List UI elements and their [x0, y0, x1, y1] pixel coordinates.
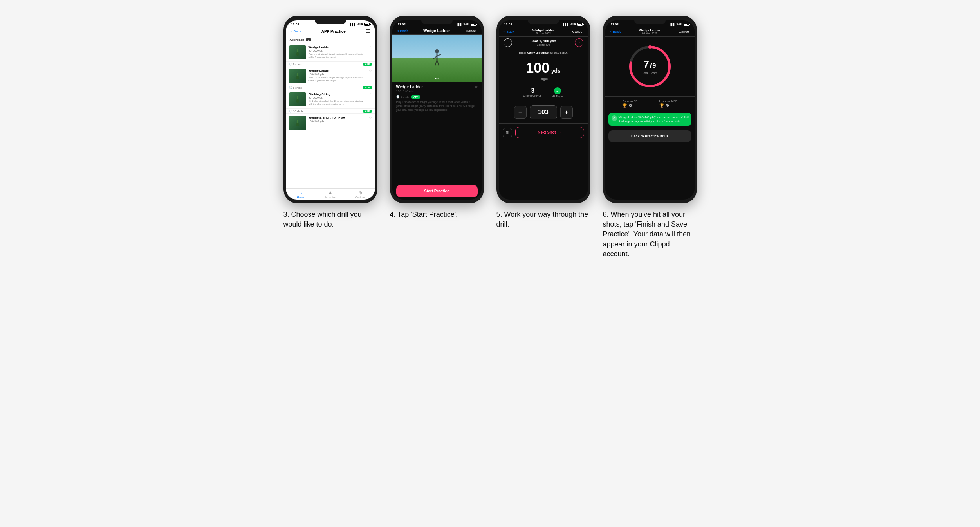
delete-shot-button[interactable]: 🗑 [503, 128, 512, 137]
score-circle: 7 / 9 Total Score [626, 43, 673, 90]
app-badge-2: APP [363, 86, 372, 89]
bottom-nav-activities[interactable]: ♟ Activities [316, 190, 345, 199]
svg-line-12 [435, 60, 437, 66]
drill-star-3[interactable]: ☆ [369, 92, 372, 96]
signal-icon-2: ▌▌▌ [457, 23, 462, 26]
start-practice-button[interactable]: Start Practice [396, 185, 478, 197]
phone-notch-3 [528, 20, 559, 24]
phone-screen-1: 13:02 ▌▌▌ WiFi < Back APP Practice ☰ App… [286, 20, 375, 200]
drill-name-3: Pitching String [309, 92, 366, 96]
app-badge-1: APP [363, 63, 372, 66]
nav-title-1: APP Practice [321, 29, 346, 34]
nav-cancel-3[interactable]: Cancel [572, 30, 583, 34]
nav-back-1[interactable]: < Back [291, 29, 301, 33]
drill-detail-shots: 🕐 9 shots APP [396, 95, 478, 99]
drill-info-4: Wedge & Short Iron Play 100–140 yds [309, 116, 366, 123]
drill-thumb-2 [289, 69, 306, 83]
score-separator: / [650, 62, 652, 69]
status-icons-4: ▌▌▌ WiFi [670, 23, 689, 26]
activities-icon: ♟ [328, 190, 332, 196]
capture-icon: ⊕ [358, 190, 362, 196]
status-time-3: 13:03 [504, 23, 512, 26]
toast-close-button[interactable]: ✕ [686, 115, 689, 119]
battery-icon-1 [364, 23, 370, 26]
back-to-drills-button[interactable]: Back to Practice Drills [608, 130, 691, 142]
svg-point-0 [296, 52, 299, 56]
increment-button[interactable]: + [560, 106, 573, 119]
battery-icon-2 [471, 23, 476, 26]
app-badge-3: APP [363, 110, 372, 113]
list-item[interactable]: Wedge Ladder 100–140 yds Play 1 shot at … [286, 67, 375, 85]
drill-range-2: 100–140 yds [309, 73, 366, 76]
phone-screen-2: 13:02 ▌▌▌ WiFi < Back Wedge Ladder Cance… [392, 20, 482, 200]
signal-icon-3: ▌▌▌ [563, 23, 569, 26]
shots-label-2: 🕐 9 shots [289, 86, 302, 89]
difference-stat: 3 Difference (yds) [523, 87, 542, 98]
hit-target-label: Hit Target [552, 95, 563, 98]
target-display: 100 yds Target [499, 57, 588, 84]
nav-back-2[interactable]: < Back [397, 29, 408, 33]
bottom-nav-capture[interactable]: ⊕ Capture [345, 190, 375, 199]
phone-notch-4 [634, 20, 666, 24]
svg-point-8 [435, 49, 439, 53]
nav-title-2: Wedge Ladder [423, 29, 450, 33]
phone-3: 13:03 ▌▌▌ WiFi < Back Wedge Ladder 06 Ma… [496, 16, 590, 203]
status-icons-2: ▌▌▌ WiFi [457, 23, 476, 26]
battery-icon-4 [684, 23, 689, 26]
home-icon: ⌂ [299, 190, 302, 196]
drill-footer-2: 🕐 9 shots APP [286, 85, 375, 90]
trophy-icon-prev: 🏆 [622, 103, 627, 108]
bottom-nav-home[interactable]: ⌂ Home [286, 190, 316, 199]
svg-point-16 [648, 45, 652, 49]
shots-clock-icon: 🕐 [396, 95, 400, 99]
wifi-icon-4: WiFi [677, 23, 682, 26]
score-display: 7 / 9 [642, 58, 657, 70]
phone-notch-1 [315, 20, 346, 24]
nav-cancel-4[interactable]: Cancel [679, 30, 689, 34]
list-item[interactable]: Wedge & Short Iron Play 100–140 yds ☆ [286, 114, 375, 132]
shot-score: Score 5/9 [531, 43, 556, 47]
previous-pb: Previous PB 🏆 -/9 [622, 100, 637, 108]
drill-detail-range: 100–140 yds [396, 90, 423, 93]
drill-detail-badge: APP [411, 95, 420, 99]
wifi-icon-2: WiFi [464, 23, 469, 26]
drill-info-1: Wedge Ladder 50–100 yds Play 1 shot at e… [309, 45, 366, 59]
nav-bar-4: < Back Wedge Ladder 06 Mar 2023 Cancel [605, 27, 695, 37]
carry-instruction: Enter carry distance for each shot [499, 49, 588, 57]
success-toast: ✓ 'Wedge Ladder (100–140 yds)' was creat… [608, 113, 691, 126]
target-label: Target [502, 77, 585, 81]
nav-cancel-2[interactable]: Cancel [466, 29, 476, 33]
list-item[interactable]: Wedge Ladder 50–100 yds Play 1 shot at e… [286, 43, 375, 62]
list-item[interactable]: Pitching String 55–100 yds Hit 1 shot at… [286, 90, 375, 109]
signal-icon-1: ▌▌▌ [350, 23, 356, 26]
phone-2: 13:02 ▌▌▌ WiFi < Back Wedge Ladder Cance… [390, 16, 484, 203]
drill-thumb-img-3 [289, 92, 306, 106]
decrement-button[interactable]: − [514, 106, 527, 119]
nav-back-3[interactable]: < Back [504, 30, 514, 34]
score-circle-inner: 7 / 9 Total Score [642, 58, 657, 75]
drill-star-1[interactable]: ☆ [369, 45, 372, 49]
next-shot-arrow-button[interactable]: → [575, 38, 583, 47]
status-time-2: 13:02 [398, 23, 406, 26]
drill-list-1: Wedge Ladder 50–100 yds Play 1 shot at e… [286, 43, 375, 188]
phone-notch-2 [421, 20, 453, 24]
score-denominator: 9 [653, 62, 656, 69]
svg-point-6 [296, 123, 299, 126]
phone-1: 13:02 ▌▌▌ WiFi < Back APP Practice ☰ App… [283, 16, 377, 203]
section-label-1: Approach [290, 38, 304, 41]
score-total-label: Total Score [642, 71, 657, 75]
drill-detail-star[interactable]: ☆ [475, 85, 478, 89]
drill-star-4[interactable]: ☆ [369, 116, 372, 120]
caption-3: 5. Work your way through the drill. [496, 210, 590, 229]
nav-back-4[interactable]: < Back [610, 30, 621, 34]
distance-input[interactable]: 103 [530, 105, 557, 119]
prev-shot-button[interactable]: ← [504, 38, 512, 47]
previous-pb-value: 🏆 -/9 [622, 103, 637, 108]
drill-star-2[interactable]: ☆ [369, 69, 372, 73]
nav-subtitle-3: 06 Mar 2023 [532, 32, 554, 35]
next-shot-button[interactable]: Next Shot → [515, 127, 584, 138]
trophy-icon-month: 🏆 [659, 103, 664, 108]
hamburger-icon-1[interactable]: ☰ [366, 29, 370, 34]
shot-title-block: Shot 1, 100 yds Score 5/9 [531, 39, 556, 47]
last-month-pb-value: 🏆 -/9 [659, 103, 677, 108]
